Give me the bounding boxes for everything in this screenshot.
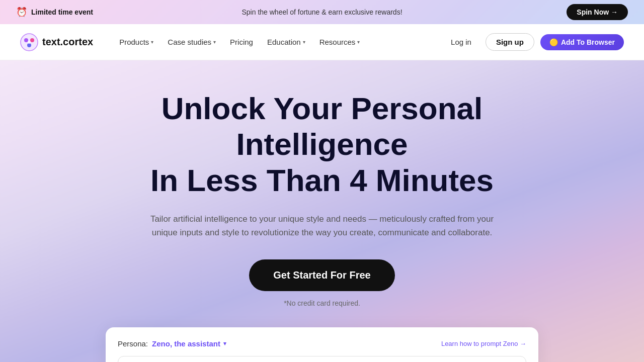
nav-products[interactable]: Products ▾ xyxy=(113,34,159,50)
chat-widget: Persona: Zeno, the assistant ▾ Learn how… xyxy=(106,327,538,362)
spin-now-button[interactable]: Spin Now → xyxy=(567,4,628,20)
chat-header: Persona: Zeno, the assistant ▾ Learn how… xyxy=(118,339,526,348)
persona-selector[interactable]: Zeno, the assistant ▾ xyxy=(152,339,226,348)
svg-point-3 xyxy=(27,43,31,47)
signup-button[interactable]: Sign up xyxy=(486,33,534,51)
alarm-icon: ⏰ xyxy=(16,7,27,18)
persona-chevron-icon: ▾ xyxy=(223,340,226,347)
resources-chevron-icon: ▾ xyxy=(357,39,360,45)
announcement-bar: ⏰ Limited time event Spin the wheel of f… xyxy=(0,0,644,24)
persona-row: Persona: Zeno, the assistant ▾ xyxy=(118,339,226,348)
products-chevron-icon: ▾ xyxy=(151,39,153,45)
nav-links: Products ▾ Case studies ▾ Pricing Educat… xyxy=(113,34,443,50)
svg-point-4 xyxy=(28,41,31,44)
announcement-center-text: Spin the wheel of fortune & earn exclusi… xyxy=(242,8,402,16)
logo-icon xyxy=(20,33,38,51)
persona-name: Zeno, the assistant xyxy=(152,339,220,348)
add-to-browser-button[interactable]: 🟡 Add To Browser xyxy=(540,34,624,50)
hero-section: Unlock Your Personal Intelligence In Les… xyxy=(0,60,644,362)
hero-title: Unlock Your Personal Intelligence In Les… xyxy=(96,90,548,198)
logo-text: text.cortex xyxy=(42,36,93,48)
case-studies-chevron-icon: ▾ xyxy=(213,39,216,45)
learn-prompt-link[interactable]: Learn how to prompt Zeno → xyxy=(441,340,526,347)
chat-input-row: ⬆ ➤ 🎤 xyxy=(118,356,526,362)
nav-case-studies[interactable]: Case studies ▾ xyxy=(162,34,222,50)
announcement-left: ⏰ Limited time event xyxy=(16,7,93,18)
navbar: text.cortex Products ▾ Case studies ▾ Pr… xyxy=(0,24,644,60)
login-button[interactable]: Log in xyxy=(443,34,479,50)
hero-subtitle: Tailor artificial intelligence to your u… xyxy=(141,212,503,239)
no-credit-text: *No credit card required. xyxy=(284,299,360,307)
nav-right: Log in Sign up 🟡 Add To Browser xyxy=(443,33,624,51)
logo[interactable]: text.cortex xyxy=(20,33,93,51)
nav-pricing[interactable]: Pricing xyxy=(224,34,259,50)
svg-point-2 xyxy=(30,38,34,42)
persona-label: Persona: xyxy=(118,339,148,348)
nav-education[interactable]: Education ▾ xyxy=(261,34,311,50)
announcement-text: Limited time event xyxy=(31,8,93,16)
education-chevron-icon: ▾ xyxy=(303,39,305,45)
nav-resources[interactable]: Resources ▾ xyxy=(313,34,366,50)
add-browser-icon: 🟡 xyxy=(549,38,558,46)
svg-point-1 xyxy=(24,38,28,42)
get-started-button[interactable]: Get Started For Free xyxy=(249,259,394,291)
